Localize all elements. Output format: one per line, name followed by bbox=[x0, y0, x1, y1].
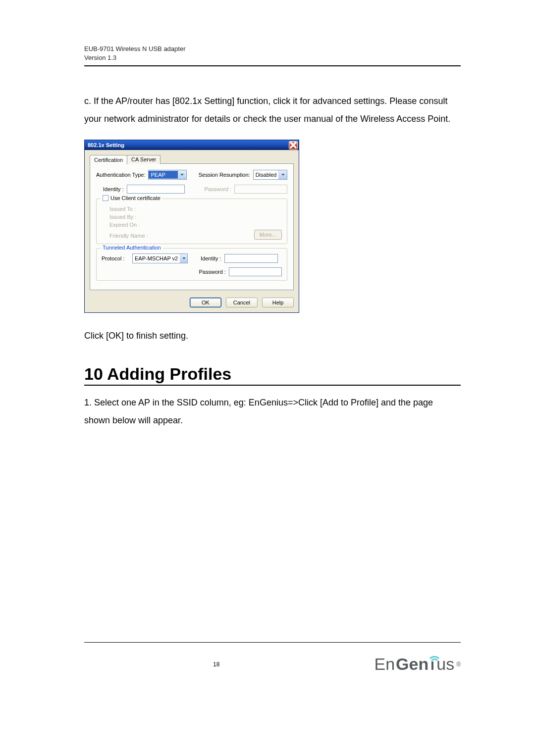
auth-type-value: PEAP bbox=[149, 171, 177, 179]
use-client-certificate-label: Use Client certificate bbox=[110, 195, 160, 201]
dialog-tabstrip: Certification CA Server bbox=[90, 154, 294, 164]
protocol-label: Protocol : bbox=[102, 255, 129, 261]
chevron-down-icon bbox=[278, 170, 287, 179]
page-footer: 18 EnGen us® bbox=[84, 642, 461, 674]
dialog-button-row: OK Cancel Help bbox=[90, 298, 294, 307]
tunnel-identity-label: Identity : bbox=[201, 255, 221, 261]
identity-label: Identity : bbox=[103, 186, 124, 192]
issued-by-label: Issued By : bbox=[109, 214, 282, 220]
protocol-value: EAP-MSCHAP v2 bbox=[133, 254, 180, 262]
tab-ca-server[interactable]: CA Server bbox=[127, 155, 160, 164]
tunnel-identity-input[interactable] bbox=[224, 254, 278, 263]
close-icon[interactable] bbox=[289, 141, 298, 150]
friendly-name-label: Friendly Name : bbox=[109, 233, 148, 239]
chevron-down-icon bbox=[180, 254, 187, 263]
document-header: EUB-9701 Wireless N USB adapter Version … bbox=[84, 45, 461, 66]
session-resumption-value: Disabled bbox=[254, 171, 279, 179]
cancel-button[interactable]: Cancel bbox=[226, 298, 258, 307]
more-button: More... bbox=[254, 230, 282, 240]
version-line: Version 1.3 bbox=[84, 53, 461, 62]
use-client-certificate-legend: Use Client certificate bbox=[101, 195, 162, 201]
help-button[interactable]: Help bbox=[262, 298, 294, 307]
identity-input[interactable] bbox=[127, 185, 185, 194]
client-certificate-group: Use Client certificate Issued To : Issue… bbox=[96, 199, 287, 244]
auth-type-label: Authentication Type: bbox=[96, 172, 145, 178]
tunneled-authentication-group: Tunneled Authentication Protocol : EAP-M… bbox=[96, 248, 287, 281]
chevron-down-icon bbox=[178, 170, 186, 179]
tab-certification[interactable]: Certification bbox=[90, 155, 127, 164]
paragraph-click-ok: Click [OK] to finish setting. bbox=[84, 327, 461, 345]
dialog-title: 802.1x Setting bbox=[88, 142, 124, 148]
password-label: Password : bbox=[205, 186, 231, 192]
tunnel-password-label: Password : bbox=[199, 269, 226, 275]
expired-on-label: Expired On : bbox=[109, 222, 282, 228]
password-input bbox=[234, 185, 287, 194]
tab-panel-certification: Authentication Type: PEAP Session Resump… bbox=[90, 163, 294, 290]
dialog-titlebar[interactable]: 802.1x Setting bbox=[85, 140, 299, 150]
engenius-logo: EnGen us® bbox=[374, 655, 461, 674]
ok-button[interactable]: OK bbox=[190, 298, 221, 307]
session-resumption-combo[interactable]: Disabled bbox=[253, 170, 287, 180]
session-resumption-label: Session Resumption: bbox=[199, 172, 250, 178]
tunneled-authentication-legend: Tunneled Authentication bbox=[101, 245, 163, 251]
paragraph-step1: 1. Select one AP in the SSID column, eg:… bbox=[84, 394, 461, 429]
tunnel-password-input[interactable] bbox=[229, 267, 282, 276]
section-heading-adding-profiles: 10 Adding Profiles bbox=[84, 364, 461, 386]
paragraph-c: c. If the AP/router has [802.1x Setting]… bbox=[84, 92, 461, 128]
use-client-certificate-checkbox[interactable] bbox=[103, 195, 108, 201]
auth-type-combo[interactable]: PEAP bbox=[148, 170, 186, 180]
product-name: EUB-9701 Wireless N USB adapter bbox=[84, 45, 461, 53]
protocol-combo[interactable]: EAP-MSCHAP v2 bbox=[132, 253, 188, 263]
8021x-setting-dialog: 802.1x Setting Certification CA Server A… bbox=[84, 140, 299, 313]
wifi-icon bbox=[429, 656, 435, 673]
issued-to-label: Issued To : bbox=[109, 206, 282, 212]
page-number: 18 bbox=[213, 661, 219, 668]
